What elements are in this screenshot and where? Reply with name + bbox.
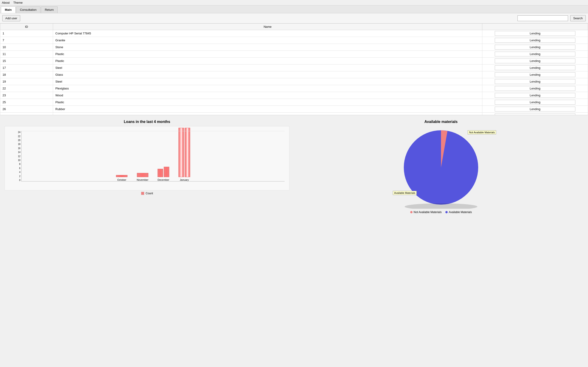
cell-action[interactable]: Lending bbox=[482, 44, 588, 51]
cell-name: Glass bbox=[53, 71, 482, 78]
cell-action[interactable]: Lending bbox=[482, 106, 588, 113]
bar-december-bar2 bbox=[164, 167, 169, 177]
bar-chart-legend: Count bbox=[5, 192, 289, 195]
menu-theme[interactable]: Theme bbox=[13, 1, 23, 4]
cell-name: Plastic bbox=[53, 58, 482, 65]
table-row: 27 Stone Lending bbox=[0, 113, 588, 115]
tooltip-not-available: Not Available Materials bbox=[468, 130, 496, 134]
col-header-action bbox=[482, 24, 588, 30]
pie-legend-not-available-label: Not Available Materials bbox=[414, 211, 442, 214]
tab-consultation[interactable]: Consultation bbox=[16, 6, 40, 13]
search-input[interactable] bbox=[518, 15, 568, 21]
bar-november: November bbox=[137, 131, 148, 181]
menu-about[interactable]: About bbox=[2, 1, 10, 4]
pie-chart-container: Available materials bbox=[294, 117, 588, 216]
pie-legend-available: Available Materials bbox=[445, 211, 472, 214]
bar-january-bar2 bbox=[185, 128, 190, 177]
charts-area: Loans in the last 4 months 0 2 4 6 8 10 … bbox=[0, 115, 588, 218]
cell-action[interactable]: Lending bbox=[482, 71, 588, 78]
table-row: 7 Granite Lending bbox=[0, 37, 588, 44]
data-table: ID Name 1 Computer HP Serial 77845 Lendi… bbox=[0, 23, 588, 115]
bar-november-label: November bbox=[137, 178, 148, 181]
pie-chart-title: Available materials bbox=[299, 120, 583, 124]
cell-action[interactable]: Lending bbox=[482, 51, 588, 58]
bar-legend-color bbox=[141, 192, 144, 195]
tooltip-not-available-box: Not Available Materials bbox=[468, 130, 496, 134]
bar-january: January bbox=[179, 131, 190, 181]
pie-legend: Not Available Materials Available Materi… bbox=[410, 211, 472, 214]
y-label-16: 16 bbox=[14, 147, 20, 150]
y-label-14: 14 bbox=[14, 151, 20, 153]
y-label-12: 12 bbox=[14, 155, 20, 158]
gridline-24 bbox=[22, 131, 285, 131]
y-label-22: 22 bbox=[14, 135, 20, 138]
table-row: 26 Rubber Lending bbox=[0, 106, 588, 113]
cell-action[interactable]: Lending bbox=[482, 99, 588, 106]
cell-id: 19 bbox=[0, 78, 53, 85]
cell-name: Plastic bbox=[53, 99, 482, 106]
cell-name: Stone bbox=[53, 44, 482, 51]
cell-id: 18 bbox=[0, 71, 53, 78]
cell-action[interactable]: Lending bbox=[482, 113, 588, 115]
y-label-10: 10 bbox=[14, 159, 20, 161]
cell-action[interactable]: Lending bbox=[482, 78, 588, 85]
tab-bar: Main Consultation Return bbox=[0, 6, 588, 13]
cell-id: 22 bbox=[0, 85, 53, 92]
pie-dot-available bbox=[445, 211, 448, 213]
cell-id: 11 bbox=[0, 51, 53, 58]
cell-name: Steel bbox=[53, 65, 482, 71]
bar-december-label: December bbox=[157, 178, 169, 181]
bar-october-label: October bbox=[117, 178, 126, 181]
cell-id: 27 bbox=[0, 113, 53, 115]
add-user-button[interactable]: Add user bbox=[2, 15, 20, 21]
bar-october-bar bbox=[116, 175, 128, 177]
cell-action[interactable]: Lending bbox=[482, 58, 588, 65]
y-label-18: 18 bbox=[14, 143, 20, 145]
cell-action[interactable]: Lending bbox=[482, 85, 588, 92]
tab-main[interactable]: Main bbox=[1, 6, 16, 13]
y-label-24: 24 bbox=[14, 131, 20, 133]
cell-action[interactable]: Lending bbox=[482, 37, 588, 44]
table-row: 17 Steel Lending bbox=[0, 65, 588, 71]
cell-name: Plexiglass bbox=[53, 85, 482, 92]
bar-october: October bbox=[116, 131, 128, 181]
y-label-2: 2 bbox=[14, 175, 20, 177]
cell-name: Computer HP Serial 77845 bbox=[53, 30, 482, 37]
bar-chart-title: Loans in the last 4 months bbox=[5, 120, 289, 124]
cell-id: 25 bbox=[0, 99, 53, 106]
y-label-8: 8 bbox=[14, 163, 20, 165]
bar-december: December bbox=[157, 131, 169, 181]
bar-november-bar bbox=[137, 173, 148, 177]
y-label-20: 20 bbox=[14, 139, 20, 142]
bar-chart-container: Loans in the last 4 months 0 2 4 6 8 10 … bbox=[0, 117, 294, 216]
bar-legend-label: Count bbox=[146, 192, 153, 195]
cell-action[interactable]: Lending bbox=[482, 92, 588, 99]
cell-action[interactable]: Lending bbox=[482, 30, 588, 37]
cell-name: Stone bbox=[53, 113, 482, 115]
pie-svg bbox=[400, 126, 482, 209]
table-row: 1 Computer HP Serial 77845 Lending bbox=[0, 30, 588, 37]
table-row: 11 Plastic Lending bbox=[0, 51, 588, 58]
cell-id: 1 bbox=[0, 30, 53, 37]
col-header-name: Name bbox=[53, 24, 482, 30]
cell-name: Granite bbox=[53, 37, 482, 44]
y-label-6: 6 bbox=[14, 167, 20, 169]
tooltip-available-box: Available Materials bbox=[393, 191, 417, 195]
cell-name: Rubber bbox=[53, 106, 482, 113]
table-row: 18 Glass Lending bbox=[0, 71, 588, 78]
cell-name: Plastic bbox=[53, 51, 482, 58]
table-row: 15 Plastic Lending bbox=[0, 58, 588, 65]
cell-action[interactable]: Lending bbox=[482, 65, 588, 71]
tooltip-available: Available Materials bbox=[393, 191, 417, 195]
tab-return[interactable]: Return bbox=[41, 6, 58, 13]
table-row: 22 Plexiglass Lending bbox=[0, 85, 588, 92]
pie-shadow bbox=[405, 203, 477, 209]
bar-january-label: January bbox=[180, 178, 189, 181]
table-row: 23 Wood Lending bbox=[0, 92, 588, 99]
table-row: 10 Stone Lending bbox=[0, 44, 588, 51]
search-button[interactable]: Search bbox=[570, 15, 586, 21]
cell-name: Steel bbox=[53, 78, 482, 85]
cell-id: 17 bbox=[0, 65, 53, 71]
table-row: 25 Plastic Lending bbox=[0, 99, 588, 106]
menubar: About Theme bbox=[0, 0, 588, 6]
